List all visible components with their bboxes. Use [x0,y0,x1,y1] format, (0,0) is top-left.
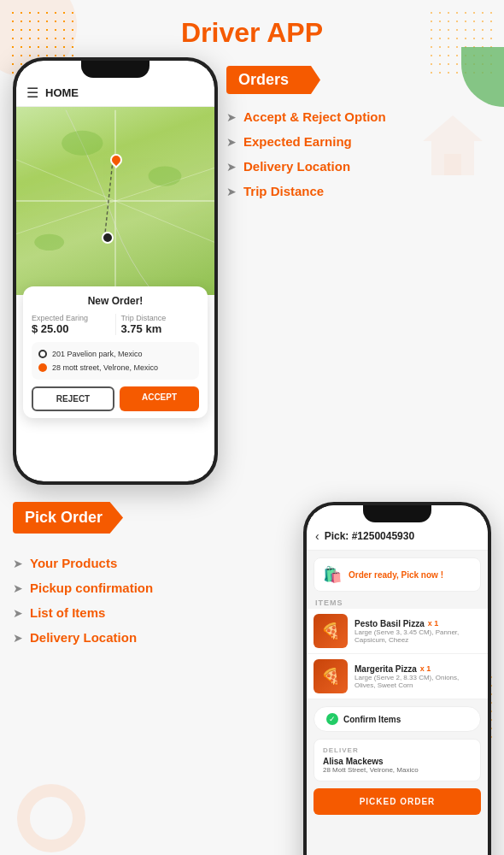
pizza-info-1: Pesto Basil Pizza x 1 Large (Serve 3, 3.… [355,619,481,644]
deliver-section: DELIVER Alisa Mackews 28 Mott Street, Ve… [314,739,481,781]
pizza-desc-2: Large (Serve 2, 8.33 CM), Onions, Olives… [355,674,481,689]
pizza-qty-2: x 1 [420,664,431,673]
phone-left: ☰ HOME [13,57,218,485]
feature-your-products: ➤ Your Products [13,556,295,570]
pizza-item-1: 🍕 Pesto Basil Pizza x 1 Large (Serve 3, … [307,609,488,654]
location-from-text: 201 Pavelion park, Mexico [52,350,143,358]
arrow-icon-5: ➤ [13,557,23,570]
expected-earing-value: $ 25.00 [32,322,110,335]
pick-section: Pick Order ➤ Your Products ➤ Pickup conf… [0,502,504,855]
pizza-qty-1: x 1 [428,619,439,628]
check-circle-icon: ✓ [326,713,338,725]
arrow-icon-4: ➤ [226,185,237,198]
arrow-icon-7: ➤ [13,606,23,620]
feature-delivery-location-pick: ➤ Delivery Location [13,630,295,645]
pick-features: ➤ Your Products ➤ Pickup confirmation ➤ … [13,556,295,645]
deliver-name: Alisa Mackews [323,757,472,766]
home-label: HOME [45,86,79,99]
pizza-img-1: 🍕 [314,614,348,648]
arrow-icon-1: ➤ [226,110,237,124]
pizza-img-2: 🍕 [314,659,348,693]
pizza-name-2: Margerita Pizza [355,664,417,674]
arrow-icon-3: ➤ [226,160,237,174]
ready-banner: 🛍️ Order ready, Pick now ! [314,557,481,592]
expected-earing-label: Expected Earing [32,314,110,322]
feature-label-delivery-location-pick: Delivery Location [30,630,137,645]
phone-screen-left: ☰ HOME [16,61,214,481]
feature-accept-reject: ➤ Accept & Reject Option [226,109,491,124]
pick-left: Pick Order ➤ Your Products ➤ Pickup conf… [13,502,295,855]
order-locations: 201 Pavelion park, Mexico 28 mott street… [32,342,199,380]
location-to-row: 28 mott street, Velrone, Mexico [38,361,192,374]
map-pin-black [102,232,114,244]
svg-point-7 [62,131,103,156]
feature-label-your-products: Your Products [30,556,117,570]
map-area [16,107,214,295]
bag-icon: 🛍️ [323,565,342,584]
feature-label-expected-earning: Expected Earning [243,134,352,149]
feature-label-accept-reject: Accept & Reject Option [243,109,386,124]
order-buttons: REJECT ACCEPT [32,386,199,411]
location-to-text: 28 mott street, Velrone, Mexico [52,363,158,372]
feature-pickup-confirmation: ➤ Pickup confirmation [13,581,295,595]
arrow-icon-8: ➤ [13,631,23,645]
phone-screen-right: ‹ Pick: #1250045930 🛍️ Order ready, Pick… [307,505,488,855]
pizza-item-2: 🍕 Margerita Pizza x 1 Large (Serve 2, 8.… [307,654,488,699]
orders-badge: Orders [226,66,320,94]
feature-list-of-items: ➤ List of Items [13,605,295,620]
accept-button[interactable]: ACCEPT [120,386,199,411]
pizza-name-1: Pesto Basil Pizza [355,619,425,628]
expected-earing-block: Expected Earing $ 25.00 [32,314,110,335]
ready-text: Order ready, Pick now ! [349,570,443,580]
pick-order-badge: Pick Order [13,502,123,534]
phone-notch-right [363,505,431,522]
orders-panel: Orders ➤ Accept & Reject Option ➤ Expect… [226,57,491,485]
picked-order-button[interactable]: PICKED ORDER [314,788,481,815]
items-label: ITEMS [307,595,488,609]
location-to-dot [38,363,47,372]
page-title: Driver APP [0,0,504,57]
location-from-dot [38,350,47,358]
location-from-row: 201 Pavelion park, Mexico [38,347,192,361]
arrow-icon-6: ➤ [13,581,23,595]
confirm-text: Confirm Items [343,715,401,724]
deliver-address: 28 Mott Street, Velrone, Maxico [323,766,472,774]
back-arrow-icon[interactable]: ‹ [315,529,319,543]
pizza-desc-1: Large (Serve 3, 3.45 CM), Panner, Capsic… [355,628,481,644]
trip-distance-block: Trip Distance 3.75 km [121,314,200,335]
map-svg [16,107,214,295]
order-stats: Expected Earing $ 25.00 Trip Distance 3.… [32,314,199,335]
feature-label-pickup-confirmation: Pickup confirmation [30,581,153,595]
svg-point-8 [149,166,182,186]
arrow-icon-2: ➤ [226,135,237,149]
top-section: ☰ HOME [0,57,504,485]
phone-notch [81,61,149,78]
trip-distance-value: 3.75 km [121,322,200,335]
trip-distance-label: Trip Distance [121,314,200,322]
order-id: Pick: #1250045930 [325,530,414,542]
feature-label-trip-distance: Trip Distance [243,184,324,198]
deliver-label: DELIVER [323,746,472,754]
reject-button[interactable]: REJECT [32,386,114,411]
feature-expected-earning: ➤ Expected Earning [226,134,491,149]
svg-point-9 [34,234,64,251]
order-card-title: New Order! [32,295,199,307]
stat-divider [115,314,116,335]
feature-delivery-location: ➤ Delivery Location [226,159,491,174]
order-card: New Order! Expected Earing $ 25.00 Trip … [23,286,208,418]
pizza-info-2: Margerita Pizza x 1 Large (Serve 2, 8.33… [355,664,481,689]
feature-label-delivery-location: Delivery Location [243,159,350,174]
hamburger-icon[interactable]: ☰ [26,85,38,101]
confirm-items-button[interactable]: ✓ Confirm Items [314,706,481,732]
feature-trip-distance: ➤ Trip Distance [226,184,491,198]
feature-label-list-of-items: List of Items [30,605,105,620]
phone-right: ‹ Pick: #1250045930 🛍️ Order ready, Pick… [303,502,491,855]
